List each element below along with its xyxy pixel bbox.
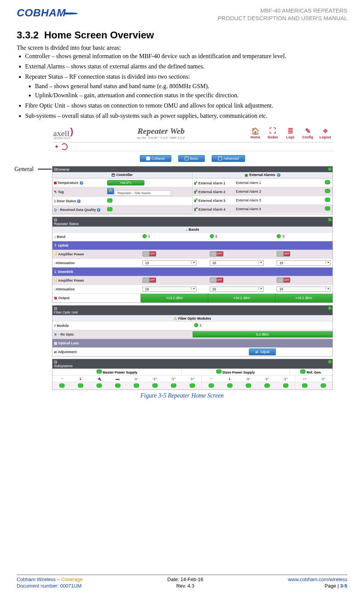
attenuation-select[interactable]: 15	[277, 287, 331, 292]
amp-power-switch[interactable]: OFF	[210, 251, 223, 257]
status-ok-icon	[97, 369, 102, 374]
panel-general: ⊟General 🗔Controller Temperature ? +42.0…	[52, 166, 333, 214]
nav-logout[interactable]: ⎆Logout	[319, 127, 332, 139]
panel-subsystems: ⊟Subsystems Master Power Supply Slave Po…	[52, 359, 333, 390]
status-ok-icon	[325, 206, 330, 211]
lock-icon[interactable]	[107, 188, 114, 194]
advanced-button[interactable]: Advanced	[212, 155, 245, 162]
logs-icon: ≣	[284, 127, 297, 135]
attenuation-select[interactable]: 15	[142, 260, 196, 266]
status-dot-icon	[328, 218, 332, 222]
nav-home[interactable]: 🏠Home	[249, 127, 262, 139]
temperature-icon: 🌡	[228, 377, 232, 381]
controller-header: 🗔Controller	[52, 172, 192, 178]
list-item: Sub-systems – overall status of all sub-…	[25, 112, 347, 120]
subsystem-icon: ⬗¹	[134, 377, 138, 381]
repeater-web-screenshot: axell) WIRELESS Repeater Web sw Ver: "2.…	[51, 124, 334, 390]
list-item: Repeater Status – RF connection status i…	[25, 73, 347, 100]
bullet-list: Controller – shows general information o…	[17, 52, 347, 120]
panel-fiber-optic: ⊟Fiber Optic Unit ⚠ Fiber Optic Modules …	[52, 305, 333, 356]
amp-power-switch[interactable]: OFF	[142, 277, 156, 283]
cobham-logo: COBHAM	[17, 7, 78, 19]
page-footer: Cobham Wireless – Coverage Document numb…	[17, 575, 347, 589]
subsystem-icon: ⬗²	[265, 377, 269, 381]
status-ok-icon	[107, 207, 112, 211]
subsystem-icon: ⎓	[210, 377, 212, 381]
document-title: MBF-40 AMERICAS REPEATERS PRODUCT DESCRI…	[218, 7, 347, 22]
app-title: Repeater Web	[73, 126, 249, 136]
attenuation-select[interactable]: 15	[210, 260, 264, 266]
amp-power-switch[interactable]: OFF	[142, 251, 156, 257]
status-ok-icon	[325, 198, 330, 202]
amp-power-switch[interactable]: OFF	[277, 277, 290, 283]
status-dot-icon	[328, 360, 332, 364]
nav-nodes[interactable]: ⛶Nodes	[266, 127, 279, 139]
bands-header: ⟂ Bands	[52, 227, 332, 232]
figure-caption: Figure 3-5 Repeater Home Screen	[17, 392, 347, 399]
status-ok-icon	[216, 369, 222, 374]
subsystem-icon: ⬗³	[171, 377, 176, 381]
list-item: Uplink/Downlink – gain, attenuation and …	[35, 92, 347, 100]
nodes-icon: ⛶	[266, 127, 279, 135]
help-icon[interactable]: ?	[80, 181, 83, 185]
callout-line	[38, 169, 52, 169]
rx-opto-value: 5.2 dBm	[193, 331, 333, 337]
subsystem-icon: ▬	[116, 377, 120, 381]
help-icon[interactable]: ?	[97, 208, 100, 212]
app-version: sw Ver: "2.6.9E" "3.4.0" "MBF 2.2.0"	[73, 136, 249, 139]
subsystem-icon: ▭	[303, 377, 306, 381]
callout-general: General	[14, 166, 34, 173]
attenuation-select[interactable]: 15	[142, 287, 196, 292]
adjust-button[interactable]: ⇄Adjust	[249, 348, 276, 355]
subsystem-icon: 🔌	[97, 377, 101, 381]
tag-input[interactable]: Repeater - Site Name	[115, 190, 171, 196]
warning-icon: ⚠	[174, 316, 177, 320]
axell-logo: axell) WIRELESS	[53, 128, 73, 138]
top-nav: 🏠Home ⛶Nodes ≣Logs ✎Config ⎆Logout	[249, 127, 332, 139]
logout-icon: ⎆	[319, 127, 332, 135]
nav-config[interactable]: ✎Config	[301, 127, 314, 139]
temperature-icon: 🌡	[79, 377, 82, 381]
attenuation-select[interactable]: 15	[277, 260, 331, 266]
output-value: <19.2 dBm	[141, 293, 208, 302]
subsystem-icon: ⬗¹	[246, 377, 250, 381]
status-ok-icon	[325, 180, 330, 184]
subsystem-icon: ⬗³	[283, 377, 288, 381]
help-icon[interactable]: ?	[77, 200, 81, 203]
subsystem-icon: ⬗²	[153, 377, 157, 381]
status-dot-icon	[328, 167, 332, 171]
status-ok-icon	[300, 369, 305, 374]
fiber-modules-header: ⚠ Fiber Optic Modules	[52, 315, 332, 321]
collapse-button[interactable]: Collapse	[140, 155, 171, 162]
list-item: External Alarms – shows status of extern…	[25, 63, 347, 71]
config-icon: ✎	[301, 127, 314, 135]
status-dot-icon	[328, 306, 332, 310]
output-value: <19.2 dBm	[275, 293, 332, 302]
subsystem-icon: ⬗⁴	[190, 377, 195, 381]
list-item: Band – shows general band status and ban…	[35, 82, 347, 90]
help-icon[interactable]: ?	[277, 173, 280, 177]
section-intro: The screen is divided into four basic ar…	[17, 44, 347, 52]
status-ok-icon	[59, 383, 65, 388]
basic-button[interactable]: Basic	[178, 155, 205, 162]
subsystem-icon: ⎓	[61, 377, 63, 381]
section-heading: 3.3.2 Home Screen Overview	[17, 29, 347, 41]
refresh-icon[interactable]	[61, 143, 68, 150]
home-icon: 🏠	[249, 127, 262, 135]
list-item: Controller – shows general information o…	[25, 52, 347, 60]
amp-power-switch[interactable]: OFF	[210, 277, 223, 283]
attenuation-select[interactable]: 15	[210, 287, 264, 292]
external-alarms-header: ▣External Alarms ?	[193, 172, 333, 178]
status-ok-icon	[107, 198, 112, 203]
subsystem-icon: ⬗³	[321, 377, 325, 381]
list-item: Fibre Optic Unit – shows status on conne…	[25, 102, 347, 110]
panel-repeater-status: ⊟Repeater Status ⟂ Bands ⟂ Band 1 2 3 ⇡ …	[52, 217, 333, 303]
temperature-value: +42.0°c	[107, 180, 144, 185]
nav-logs[interactable]: ≣Logs	[284, 127, 297, 139]
status-ok-icon	[325, 189, 330, 193]
amp-power-switch[interactable]: OFF	[277, 251, 290, 257]
output-value: <19.2 dBm	[208, 293, 275, 302]
